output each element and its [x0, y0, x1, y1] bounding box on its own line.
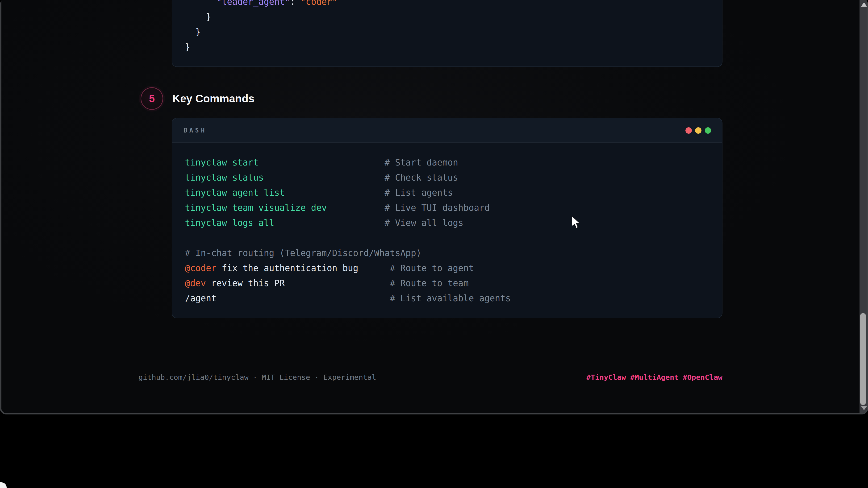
config-json-code: "leader_agent": "coder" } }} [185, 0, 709, 55]
bash-code: tinyclaw start # Start daemontinyclaw st… [172, 143, 722, 306]
language-label: BASH [184, 127, 207, 134]
code-line: } [185, 40, 709, 55]
traffic-light-red-icon [685, 127, 692, 134]
background-window-corner [0, 482, 7, 488]
code-line: tinyclaw logs all # View all logs [185, 216, 709, 231]
bash-code-block: BASH tinyclaw start # Start daemontinycl… [172, 118, 722, 318]
code-line [185, 231, 709, 246]
hashtag: #MultiAgent [630, 373, 679, 382]
footer-credits: github.com/jlia0/tinyclaw · MIT License … [138, 373, 376, 382]
code-line: } [185, 9, 709, 25]
section-heading: 5 Key Commands [141, 87, 254, 110]
page-viewport: "leader_agent": "coder" } }} 5 Key Comma… [1, 0, 867, 413]
hashtag: #OpenClaw [683, 373, 722, 382]
code-line: @coder fix the authentication bug # Rout… [185, 261, 709, 276]
step-number-badge: 5 [141, 87, 163, 110]
code-line: @dev review this PR # Route to team [185, 276, 709, 291]
code-line: tinyclaw agent list # List agents [185, 185, 709, 200]
code-line: } [185, 25, 709, 40]
window-dots [685, 127, 711, 134]
code-line: "leader_agent": "coder" [185, 0, 709, 9]
scroll-down-arrow-icon[interactable] [861, 406, 867, 410]
hashtag: #TinyClaw [586, 373, 626, 382]
traffic-light-yellow-icon [695, 127, 702, 134]
scroll-up-arrow-icon[interactable] [861, 2, 867, 7]
page-footer: github.com/jlia0/tinyclaw · MIT License … [138, 373, 722, 382]
mouse-cursor-icon [570, 216, 583, 230]
traffic-light-green-icon [705, 127, 711, 134]
footer-divider [138, 351, 722, 351]
step-number: 5 [149, 93, 155, 104]
section-title: Key Commands [173, 92, 254, 105]
code-line: # In-chat routing (Telegram/Discord/What… [185, 246, 709, 261]
screen: "leader_agent": "coder" } }} 5 Key Comma… [0, 0, 868, 488]
footer-hashtags: #TinyClaw#MultiAgent#OpenClaw [586, 373, 722, 382]
config-json-code-block: "leader_agent": "coder" } }} [172, 0, 722, 67]
code-line: tinyclaw team visualize dev # Live TUI d… [185, 200, 709, 216]
code-line: tinyclaw status # Check status [185, 170, 709, 185]
code-block-header: BASH [172, 118, 722, 143]
scrollbar-thumb[interactable] [860, 313, 866, 405]
code-line: /agent # List available agents [185, 291, 709, 306]
code-line: tinyclaw start # Start daemon [185, 155, 709, 170]
